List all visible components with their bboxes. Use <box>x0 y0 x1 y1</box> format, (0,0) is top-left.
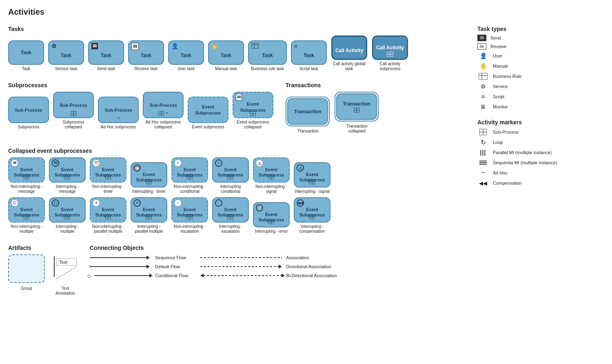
subprocess-adhoc[interactable]: Sub-Process ~ Ad Hoc subprocess <box>98 97 139 130</box>
ces-non-int-message[interactable]: ✉ EventSubprocess Non-interrupting - mes… <box>8 157 45 194</box>
transactions-section: Transactions Transaction Transaction <box>286 77 379 137</box>
right-panel: Task types ✉ Send ✉ Receive 👤 User 🖐 Man… <box>477 21 604 296</box>
flow-conditional: ◇ Conditional Flow <box>90 272 188 279</box>
type-script: ≡ Script <box>477 93 604 101</box>
ces-row1: ✉ EventSubprocess Non-interrupting - mes… <box>8 157 473 194</box>
ces-int-timer[interactable]: ⏰ EventSubprocess Interrupting - timer <box>131 162 167 194</box>
marker-adhoc: ~ Ad Hoc <box>477 169 604 177</box>
task-receive[interactable]: ✉ Task Receive task <box>128 40 164 71</box>
ces-int-compensation[interactable]: ◀◀ EventSubprocess Interrupting - compen… <box>294 197 330 234</box>
service-icon: ⚙ <box>477 82 489 90</box>
user-icon: 👤 <box>477 52 489 60</box>
ces-non-int-signal[interactable]: △ EventSubprocess Non-interrupting - sig… <box>253 157 290 194</box>
type-send: ✉ Send <box>477 35 604 41</box>
ces-int-signal[interactable]: △ EventSubprocess Interrupting - signal <box>294 162 330 194</box>
transaction-collapsed[interactable]: Transaction Transaction collapsed <box>335 92 379 134</box>
task-plain[interactable]: Task Task <box>8 40 44 71</box>
ces-non-int-parallel[interactable]: + EventSubprocess Non-interrupting - par… <box>90 197 126 234</box>
subprocess-marker-icon <box>477 128 489 136</box>
flow-bidirectional-association: Bi-Directional Association <box>200 272 337 279</box>
subprocesses-heading: Subprocesses <box>8 82 273 88</box>
ces-non-int-timer[interactable]: ⏰ EventSubprocess Non-interrupting - tim… <box>90 157 126 194</box>
svg-rect-0 <box>251 43 259 49</box>
adhoc-marker-icon: ~ <box>477 169 489 177</box>
type-manual: 🖐 Manual <box>477 62 604 70</box>
marker-subprocess: Sub-Process <box>477 128 604 136</box>
subprocess-collapsed[interactable]: Sub-Process Subprocess collapsed <box>53 92 94 130</box>
activity-markers-section: Activity markers Sub-Process ↻ Loop ||| … <box>477 119 604 187</box>
type-service: ⚙ Service <box>477 82 604 90</box>
flow-directional-association: Directional Association <box>200 263 337 270</box>
transactions-heading: Transactions <box>286 82 379 88</box>
parallel-mi-marker-icon: ||| <box>477 148 489 157</box>
transactions-row: Transaction Transaction Transaction <box>286 92 379 134</box>
ces-row2: ⬠ EventSubprocess Non-interrupting - mul… <box>8 197 473 234</box>
manual-icon: 🖐 <box>477 62 489 70</box>
task-types-section: Task types ✉ Send ✉ Receive 👤 User 🖐 Man… <box>477 26 604 111</box>
task-manual[interactable]: 🖐 Task Manual task <box>208 40 244 71</box>
monitor-icon: 🖥 <box>477 103 489 111</box>
artifacts-section: Artifacts Group Text <box>8 240 78 296</box>
transaction[interactable]: Transaction Transaction <box>286 97 330 134</box>
task-send[interactable]: ✉ Task Send task <box>88 40 124 71</box>
compensation-marker-icon: ◀◀ <box>477 179 489 187</box>
subprocess-transactions-area: Subprocesses Sub-Process Subprocess Sub-… <box>8 77 473 143</box>
flow-association: Association <box>200 254 337 261</box>
connecting-objects-section: Connecting Objects Sequence Flow <box>90 240 473 296</box>
connecting-objects-heading: Connecting Objects <box>90 245 473 251</box>
subprocess[interactable]: Sub-Process Subprocess <box>8 97 49 130</box>
type-business-rule: Business Rule <box>477 72 604 80</box>
ces-int-message[interactable]: ✉ EventSubprocess Interrupting - message <box>49 157 86 194</box>
sequential-mi-marker-icon <box>477 159 489 167</box>
tasks-heading: Tasks <box>8 26 473 32</box>
artifacts-heading: Artifacts <box>8 245 78 251</box>
subprocesses-row: Sub-Process Subprocess Sub-Process <box>8 92 273 130</box>
script-icon: ≡ <box>477 93 489 101</box>
type-receive: ✉ Receive <box>477 43 604 50</box>
ces-int-multiple[interactable]: ⬠ EventSubprocess Interrupting - multipl… <box>49 197 86 234</box>
subprocess-adhoc-collapsed[interactable]: Sub-Process ~ Ad Hoc subprocess collap <box>143 92 184 130</box>
send-icon: ✉ <box>477 35 486 41</box>
task-call-activity-global[interactable]: Call Activity Call activity global task <box>331 35 368 71</box>
artifact-text-annotation[interactable]: Text Text Annotation <box>53 254 78 296</box>
svg-line-66 <box>56 267 77 279</box>
task-user[interactable]: 👤 Task User task <box>168 40 204 71</box>
ces-int-error[interactable]: ⚡ EventSubprocess Interrupting - error <box>253 202 290 234</box>
marker-parallel-mi: ||| Parallel MI (multiple instance) <box>477 148 604 157</box>
type-monitor: 🖥 Monitor <box>477 103 604 111</box>
marker-loop: ↻ Loop <box>477 138 604 146</box>
marker-compensation: ◀◀ Compensation <box>477 179 604 187</box>
business-rule-icon <box>477 72 489 80</box>
artifact-group[interactable]: Group <box>8 254 45 291</box>
ces-int-parallel[interactable]: + EventSubprocess Interrupting - paralle… <box>131 197 167 234</box>
marker-sequential-mi: Sequentia MI (multiple instance) <box>477 159 604 167</box>
receive-icon: ✉ <box>477 43 486 50</box>
svg-rect-67 <box>479 73 488 79</box>
task-types-heading: Task types <box>477 26 604 32</box>
ces-int-conditional[interactable]: ≡ EventSubprocess Interrupting condition… <box>212 157 249 194</box>
task-service[interactable]: ⚙ Task Service task <box>48 40 84 71</box>
bottom-sections: Artifacts Group Text <box>8 240 473 296</box>
task-script[interactable]: ≡ Task Script task <box>291 40 327 71</box>
task-call-activity-subprocess[interactable]: Call Activity Call activity subprocess <box>372 35 408 71</box>
ces-non-int-multiple[interactable]: ⬠ EventSubprocess Non-interrupting - mul… <box>8 197 45 234</box>
ces-int-escalation[interactable]: ↑ EventSubprocess Interrupting - escalat… <box>212 197 249 234</box>
ces-non-int-conditional[interactable]: ≡ EventSubprocess Non-interrupting - con… <box>171 157 208 194</box>
collapsed-event-subprocesses-heading: Collapsed event subprocesses <box>8 148 473 154</box>
flow-sequence: Sequence Flow <box>90 254 188 261</box>
tasks-row: Task Task ⚙ Task Service task ✉ <box>8 35 473 71</box>
subprocesses-section: Subprocesses Sub-Process Subprocess Sub-… <box>8 77 273 137</box>
type-user: 👤 User <box>477 52 604 60</box>
task-business-rule[interactable]: Task Business rule task <box>248 40 287 71</box>
activity-markers-heading: Activity markers <box>477 119 604 126</box>
flow-default: / Default Flow <box>90 263 188 270</box>
event-subprocess[interactable]: EventSubprocess Event subprocess <box>188 97 228 130</box>
event-subprocess-collapsed[interactable]: ✉ EventSubprocess Event subprocess colla <box>233 92 273 130</box>
ces-non-int-escalation[interactable]: ↑ EventSubprocess Non-interrupting - esc… <box>171 197 208 234</box>
loop-marker-icon: ↻ <box>477 138 489 146</box>
tasks-section: Tasks Task Task ⚙ Task Service task <box>8 26 473 71</box>
page-title: Activities <box>8 7 604 17</box>
collapsed-event-subprocesses-section: Collapsed event subprocesses ✉ EventSubp… <box>8 148 473 234</box>
